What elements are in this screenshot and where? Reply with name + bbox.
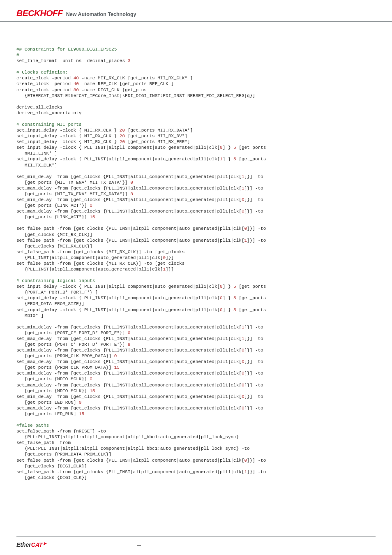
- code-line: ]}]: [166, 255, 174, 260]
- code-line: ]}]: [166, 267, 174, 272]
- num-literal: 1: [242, 186, 244, 191]
- num-literal: 0: [114, 354, 117, 358]
- code-line: set_false_path -from [get_clocks {PLL_IN…: [16, 226, 244, 231]
- code-line: set_input_delay -clock { MII_RX_CLK }: [16, 139, 120, 144]
- code-line: set_max_delay -from [get_clocks {PLL_INS…: [16, 383, 242, 388]
- code-line: set_max_delay -from [get_clocks {PLL_INS…: [16, 406, 242, 411]
- num-literal: 5: [233, 145, 236, 150]
- code-line: [get_ports MII_RX_DATA*]: [125, 128, 193, 133]
- code-line: set_false_path -from {PLL:PLL_INST|altpl…: [16, 440, 250, 457]
- code-line: ] }: [223, 157, 233, 162]
- code-line: -name DIGI_CLK [get_pins: [79, 88, 147, 92]
- footer-dash: –: [137, 540, 141, 549]
- logo-row: BECKHOFF New Automation Technology: [16, 8, 376, 18]
- code-line: set_max_delay -from [get_clocks {PLL_INS…: [16, 359, 242, 364]
- code-line: set_max_delay -from [get_clocks {PLL_INS…: [16, 186, 242, 191]
- num-literal: 1: [242, 336, 244, 341]
- code-line: {ETHERCAT_INST|EtherCAT_IPCore_Inst|\PDI…: [16, 93, 255, 98]
- code-line: set_false_path -from {nRESET} -to {PLL:P…: [16, 429, 239, 439]
- code-line: create_clock -period: [16, 76, 74, 81]
- code-line: set_input_delay -clock { PLL_INST|altpll…: [16, 296, 220, 301]
- logo-beckhoff: BECKHOFF: [16, 8, 63, 18]
- num-literal: 0: [242, 371, 244, 376]
- code-line: ] }: [223, 145, 233, 150]
- page-header: BECKHOFF New Automation Technology: [0, 0, 392, 22]
- code-line: ] }: [223, 284, 233, 289]
- code-line: -name MII_RX_CLK [get_ports MII_RX_CLK* …: [79, 76, 193, 81]
- num-literal: 0: [242, 197, 244, 202]
- num-literal: 80: [74, 88, 79, 92]
- arrow-icon: ➤: [43, 541, 46, 546]
- num-literal: 5: [233, 157, 236, 162]
- ethercat-logo: EtherCAT➤: [16, 541, 46, 548]
- num-literal: 0: [220, 145, 223, 150]
- comment-line: #false paths: [16, 423, 49, 428]
- code-line: set_input_delay -clock { PLL_INST|altpll…: [16, 308, 220, 312]
- num-literal: 0: [79, 400, 82, 405]
- code-line: -name REF_CLK [get_ports REF_CLK ]: [79, 81, 174, 86]
- code-line: create_clock -period: [16, 88, 74, 92]
- code-line: set_min_delay -from [get_clocks {PLL_INS…: [16, 174, 242, 179]
- num-literal: 3: [128, 58, 131, 63]
- num-literal: 15: [79, 412, 84, 416]
- num-literal: 15: [90, 388, 95, 393]
- code-line: set_min_delay -from [get_clocks {PLL_INS…: [16, 371, 242, 376]
- document-content: ## Constraints for EL9800_DIGI_EP3C25 # …: [0, 22, 392, 489]
- logo-tagline: New Automation Technology: [66, 12, 136, 17]
- code-line: derive_clock_uncertainty: [16, 111, 81, 116]
- comment-line: #: [16, 53, 19, 58]
- code-block: ## Constraints for EL9800_DIGI_EP3C25 # …: [16, 46, 376, 481]
- comment-line: ## Constraints for EL9800_DIGI_EP3C25: [16, 47, 117, 52]
- comment-line: # Clocks defintion:: [16, 70, 68, 75]
- num-literal: 20: [120, 128, 125, 133]
- code-line: set_min_delay -from [get_clocks {PLL_INS…: [16, 348, 242, 353]
- code-line: ] }: [223, 308, 233, 312]
- code-line: create_clock -period: [16, 81, 74, 86]
- code-line: set_max_delay -from [get_clocks {PLL_INS…: [16, 336, 242, 341]
- code-line: set_time_format -unit ns -decimal_places: [16, 58, 128, 63]
- code-line: set_input_delay -clock { MII_RX_CLK }: [16, 134, 120, 139]
- num-literal: 0: [242, 383, 244, 388]
- num-literal: 0: [220, 296, 223, 301]
- num-literal: 1: [242, 174, 244, 179]
- num-literal: 20: [120, 134, 125, 139]
- code-line: set_false_path -from [get_clocks {MII_RX…: [16, 250, 184, 260]
- num-literal: 40: [74, 76, 79, 81]
- num-literal: 5: [233, 296, 236, 301]
- code-line: set_min_delay -from [get_clocks {PLL_INS…: [16, 197, 242, 202]
- code-line: set_input_delay -clock { PLL_INST|altpll…: [16, 284, 220, 289]
- code-line: set_min_delay -from [get_clocks {PLL_INS…: [16, 394, 242, 399]
- code-line: [get_ports MII_RX_DV*]: [125, 134, 187, 139]
- code-line: [get_ports MII_RX_ERR*]: [125, 139, 190, 144]
- code-line: set_false_path -from [get_clocks {PLL_IN…: [16, 469, 244, 474]
- num-literal: 15: [90, 215, 95, 220]
- num-literal: 15: [114, 365, 120, 370]
- page-footer: EtherCAT➤ –: [16, 536, 376, 549]
- code-line: set_max_delay -from [get_clocks {PLL_INS…: [16, 209, 242, 214]
- code-line: ] }: [223, 296, 233, 301]
- num-literal: 0: [220, 308, 223, 312]
- num-literal: 8: [128, 342, 131, 347]
- num-literal: 0: [128, 331, 131, 335]
- num-literal: 0: [242, 348, 244, 353]
- num-literal: 1: [242, 325, 244, 330]
- code-line: set_input_delay -clock { PLL_INST|altpll…: [16, 145, 220, 150]
- code-line: set_min_delay -from [get_clocks {PLL_INS…: [16, 325, 242, 330]
- num-literal: 0: [242, 209, 244, 214]
- num-literal: 8: [130, 192, 133, 197]
- num-literal: 0: [242, 406, 244, 411]
- code-line: set_false_path -from [get_clocks {PLL_IN…: [16, 238, 244, 243]
- code-line: set_false_path -from [get_clocks {PLL_IN…: [16, 458, 244, 463]
- num-literal: 0: [130, 180, 133, 185]
- code-line: set_input_delay -clock { MII_RX_CLK }: [16, 128, 120, 133]
- num-literal: 0: [220, 284, 223, 289]
- comment-line: # constraining logical inputs: [16, 278, 95, 283]
- num-literal: 0: [242, 359, 244, 364]
- code-line: set_input_delay -clock { PLL_INST|altpll…: [16, 157, 220, 162]
- code-line: set_false_path -from [get_clocks {MII_RX…: [16, 261, 184, 272]
- num-literal: 0: [90, 203, 92, 208]
- code-line: derive_pll_clocks: [16, 105, 62, 110]
- ethercat-cat: CAT: [31, 541, 43, 548]
- num-literal: 0: [242, 394, 244, 399]
- comment-line: # constraining MII ports: [16, 122, 81, 127]
